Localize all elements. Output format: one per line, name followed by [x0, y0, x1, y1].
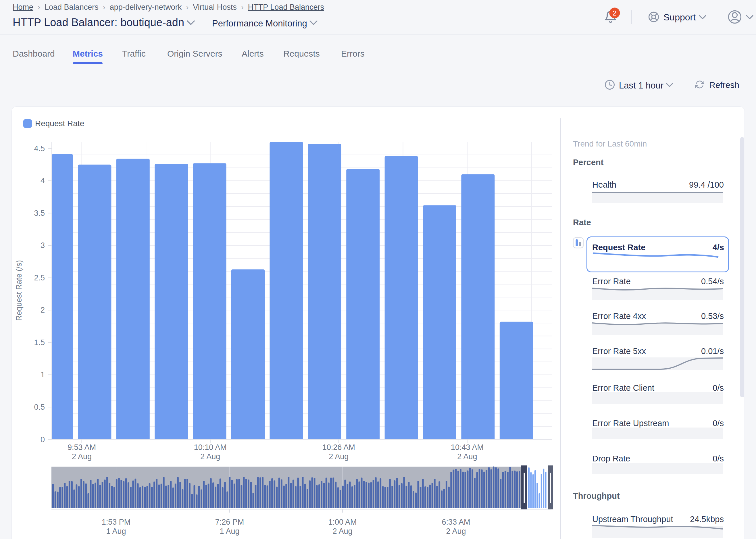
svg-text:9:53 AM: 9:53 AM — [67, 443, 96, 452]
svg-text:0: 0 — [40, 435, 45, 444]
svg-text:2 Aug: 2 Aug — [457, 452, 477, 461]
svg-text:2 Aug: 2 Aug — [200, 452, 220, 461]
svg-text:2 Aug: 2 Aug — [446, 527, 466, 536]
svg-text:4: 4 — [40, 177, 45, 185]
svg-text:1:00 AM: 1:00 AM — [328, 518, 356, 526]
svg-text:2 Aug: 2 Aug — [72, 452, 92, 461]
svg-text:4.5: 4.5 — [34, 144, 45, 153]
svg-text:1 Aug: 1 Aug — [106, 527, 126, 536]
svg-text:10:26 AM: 10:26 AM — [322, 443, 355, 452]
svg-text:2 Aug: 2 Aug — [329, 452, 348, 461]
svg-text:3.5: 3.5 — [34, 209, 45, 217]
svg-text:10:43 AM: 10:43 AM — [451, 443, 484, 452]
svg-text:2: 2 — [40, 306, 45, 314]
svg-text:7:26 PM: 7:26 PM — [215, 518, 244, 526]
svg-text:Request Rate (/s): Request Rate (/s) — [15, 260, 23, 321]
svg-text:1:53 PM: 1:53 PM — [102, 518, 131, 526]
svg-text:2 Aug: 2 Aug — [333, 527, 352, 536]
svg-text:6:33 AM: 6:33 AM — [442, 518, 470, 526]
svg-text:3: 3 — [40, 241, 45, 250]
svg-text:2: 2 — [613, 9, 616, 17]
svg-text:2.5: 2.5 — [34, 273, 45, 282]
svg-text:0.5: 0.5 — [34, 403, 45, 412]
svg-text:1.5: 1.5 — [34, 338, 45, 347]
svg-text:1 Aug: 1 Aug — [219, 527, 239, 536]
svg-text:10:10 AM: 10:10 AM — [194, 443, 227, 452]
svg-text:1: 1 — [40, 370, 45, 379]
